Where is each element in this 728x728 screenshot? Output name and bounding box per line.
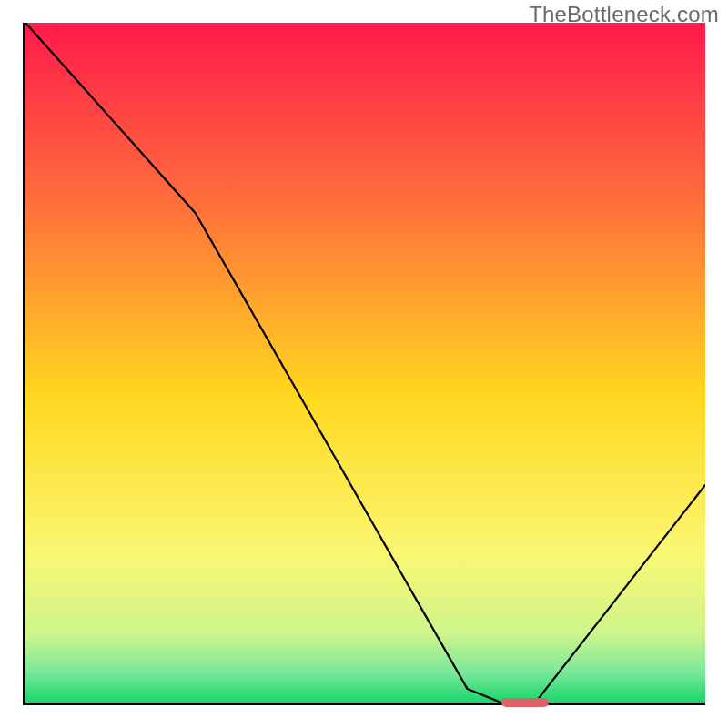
bottleneck-curve: [25, 23, 705, 703]
watermark-label: TheBottleneck.com: [529, 2, 719, 27]
optimal-marker: [501, 698, 549, 707]
plot-area: [23, 23, 705, 705]
bottleneck-chart: TheBottleneck.com: [0, 0, 728, 728]
